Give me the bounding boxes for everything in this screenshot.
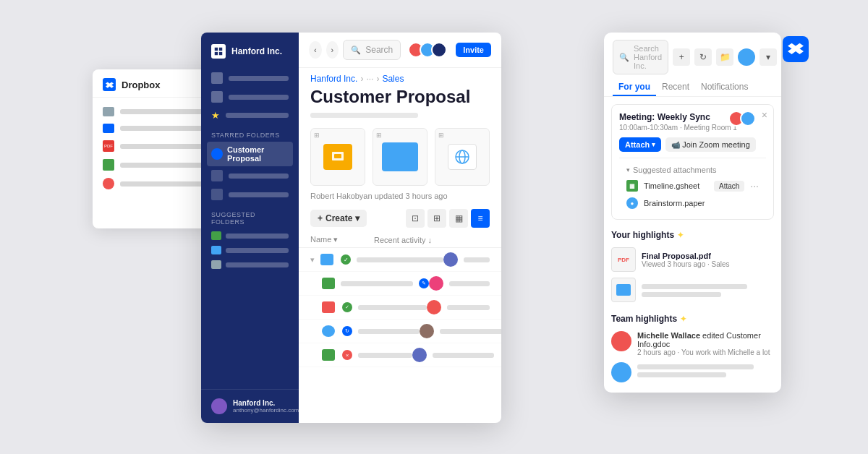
- team-member-info-2: [637, 362, 774, 377]
- team-member-info-1: Michelle Wallace edited Customer Info.gd…: [637, 331, 774, 356]
- panel-search-bar[interactable]: 🔍 Search Hanford Inc.: [613, 40, 668, 74]
- team-highlight-item-1[interactable]: Michelle Wallace edited Customer Info.gd…: [611, 328, 774, 359]
- last-updated-text: Robert Hakobyan updated 3 hours ago: [299, 192, 501, 206]
- view-preview-button[interactable]: ⊡: [406, 209, 425, 228]
- collaborator-avatar-3: [431, 42, 447, 58]
- svg-rect-1: [219, 48, 222, 51]
- thumb-globe[interactable]: ⊞: [435, 128, 490, 186]
- search-bar[interactable]: 🔍 Search: [343, 40, 401, 60]
- file-list-header: Name ▾ Recent activity ↓: [299, 232, 501, 248]
- file-row-5[interactable]: ×: [299, 343, 501, 367]
- file-row-1[interactable]: ▾ ✓: [299, 248, 501, 272]
- attachment-row-2: ● Brainstorm.paper: [619, 194, 766, 212]
- team-sparkle-icon: ✦: [680, 314, 686, 324]
- col-activity-header[interactable]: Recent activity ↓: [374, 236, 490, 244]
- view-grid-button[interactable]: ⊞: [427, 209, 446, 228]
- nav-starred-item[interactable]: ★: [201, 106, 299, 124]
- breadcrumb-sep-2: ›: [376, 74, 379, 84]
- file-row-3[interactable]: ✓: [299, 296, 501, 320]
- svg-rect-3: [219, 52, 222, 55]
- team-activity-meta-1: 2 hours ago · You work with Michelle a l…: [637, 348, 774, 356]
- suggested-attachments-label: ▾ Suggested attachments: [619, 161, 766, 177]
- activity-avatar-1: [443, 252, 458, 267]
- breadcrumb-hanford[interactable]: Hanford Inc.: [310, 74, 357, 84]
- view-grid2-button[interactable]: ▦: [449, 209, 468, 228]
- team-bar-2: [637, 372, 726, 377]
- tab-recent-label: Recent: [662, 82, 689, 92]
- preview-placeholder-bar: [299, 113, 501, 128]
- meeting-avatar-2: [740, 111, 756, 127]
- panel-action-icons: + ↻ 📁 ▾: [673, 48, 777, 66]
- panel-refresh-icon[interactable]: ↻: [694, 48, 712, 66]
- nav-user-name: Hanford Inc.: [233, 399, 299, 407]
- bg-folder-icon: [103, 107, 114, 116]
- paper-type-icon: [322, 325, 335, 337]
- meeting-close-button[interactable]: ×: [762, 109, 767, 121]
- thumb-slides[interactable]: ⊞: [310, 128, 365, 186]
- breadcrumb-ellipsis[interactable]: ···: [366, 74, 373, 84]
- pdf-badge-icon: PDF: [618, 257, 629, 263]
- dropbox-bg-title: Dropbox: [122, 80, 160, 90]
- highlights-label: Your highlights: [611, 230, 674, 240]
- invite-button[interactable]: Invite: [456, 43, 491, 57]
- thumb-folder[interactable]: ⊞: [373, 128, 427, 186]
- activity-avatar-5: [412, 348, 427, 362]
- nav-user-email: anthony@hanfordinc.com: [233, 407, 299, 414]
- suggested-item-2[interactable]: [207, 243, 293, 257]
- nav-folder-3[interactable]: [201, 185, 299, 204]
- nav-folder-2[interactable]: [201, 166, 299, 185]
- highlight-meta-1: Viewed 3 hours ago · Sales: [642, 260, 774, 268]
- create-icon: +: [318, 213, 323, 223]
- nav-bottom-profile[interactable]: Hanford Inc. anthony@hanfordinc.com: [201, 389, 299, 423]
- zoom-join-button[interactable]: 📹 Join Zoom meeting: [665, 137, 756, 152]
- attachment-name-2: Brainstorm.paper: [644, 199, 759, 207]
- panel-add-button[interactable]: +: [673, 48, 690, 66]
- team-activity-text-1: Michelle Wallace edited Customer Info.gd…: [637, 331, 774, 348]
- tab-recent[interactable]: Recent: [656, 79, 695, 96]
- panel-folder-button[interactable]: 📁: [716, 48, 733, 66]
- suggested-item-1[interactable]: [207, 228, 293, 243]
- nav-brand: Hanford Inc.: [201, 44, 299, 69]
- meeting-avatars: [728, 111, 756, 127]
- slides-icon: [323, 144, 352, 170]
- sort-icon: ▾: [333, 235, 338, 244]
- nav-active-customer-proposal[interactable]: Customer Proposal: [207, 142, 293, 166]
- nav-files-item[interactable]: [201, 69, 299, 87]
- tab-for-you[interactable]: For you: [613, 79, 656, 96]
- attach-button[interactable]: Attach ▾: [619, 137, 661, 152]
- dropbox-logo-topright: [783, 36, 809, 62]
- nav-recent-item[interactable]: [201, 87, 299, 106]
- search-placeholder-text: Search: [365, 45, 393, 55]
- create-chevron-icon: ▾: [355, 213, 359, 223]
- highlight-item-2[interactable]: [611, 275, 774, 305]
- file-name-2: [341, 281, 413, 286]
- view-list-button[interactable]: ≡: [471, 209, 490, 228]
- highlight-item-1[interactable]: PDF Final Proposal.pdf Viewed 3 hours ag…: [611, 244, 774, 275]
- row1-toggle[interactable]: ▾: [310, 255, 315, 265]
- check-badge-1: ✓: [341, 254, 351, 265]
- pdf-type-icon: [322, 301, 335, 313]
- col-name-header[interactable]: Name ▾: [310, 235, 374, 244]
- suggested-item-3[interactable]: [207, 257, 293, 272]
- panel-user-avatar[interactable]: [738, 48, 755, 66]
- forward-button[interactable]: ›: [326, 41, 339, 59]
- attachment-menu-dots-1[interactable]: ···: [750, 180, 759, 192]
- attach-action-button-1[interactable]: Attach: [714, 181, 744, 192]
- breadcrumb-sep-1: ›: [360, 74, 363, 84]
- team-member-name-1: Michelle Wallace: [637, 331, 700, 340]
- breadcrumb-sales[interactable]: Sales: [382, 74, 404, 84]
- team-member-avatar-2: [611, 362, 631, 382]
- file-row-4[interactable]: ↻: [299, 320, 501, 343]
- globe-icon: [448, 144, 477, 170]
- highlights-title: Your highlights ✦: [611, 230, 774, 240]
- file-thumbnails-row: ⊞ ⊞ ⊞: [299, 128, 501, 192]
- tab-notifications[interactable]: Notifications: [695, 79, 754, 96]
- create-bar: + Create ▾ ⊡ ⊞ ▦ ≡: [299, 206, 501, 232]
- folder-thumb-icon: [382, 142, 418, 171]
- file-row-2[interactable]: ✎: [299, 272, 501, 296]
- create-button[interactable]: + Create ▾: [310, 210, 367, 227]
- back-button[interactable]: ‹: [309, 41, 322, 59]
- panel-chevron-icon[interactable]: ▾: [760, 48, 777, 66]
- star-icon: ★: [211, 110, 220, 121]
- x-badge-5: ×: [342, 350, 352, 360]
